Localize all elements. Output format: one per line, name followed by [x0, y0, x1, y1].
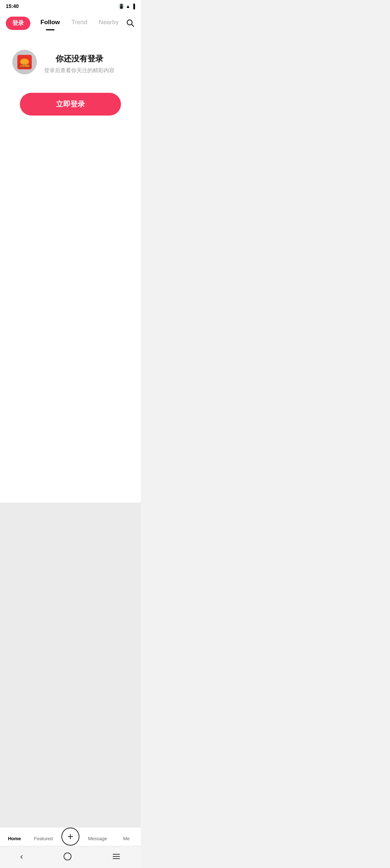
- search-button[interactable]: [124, 17, 136, 30]
- sys-back-button[interactable]: ‹: [16, 850, 27, 863]
- sys-home-button[interactable]: [59, 851, 76, 862]
- nav-tabs: Follow Trend Nearby: [35, 16, 124, 30]
- bottom-nav-message[interactable]: Message: [87, 836, 108, 841]
- home-circle-icon: [63, 852, 72, 861]
- home-label: Home: [8, 836, 21, 841]
- back-icon: ‹: [20, 851, 23, 862]
- me-label: Me: [123, 836, 130, 841]
- system-nav-bar: ‹: [0, 846, 141, 868]
- not-logged-subtitle: 登录后查看你关注的精彩内容: [44, 67, 114, 74]
- sys-menu-button[interactable]: [108, 851, 125, 862]
- tab-nearby[interactable]: Nearby: [93, 16, 125, 30]
- avatar-area: 点击领取: [12, 50, 37, 74]
- battery-icon: ▐: [132, 4, 135, 9]
- bottom-nav-me[interactable]: Me: [116, 836, 137, 841]
- featured-label: Featured: [34, 836, 53, 841]
- bottom-nav-home[interactable]: Home: [4, 836, 25, 841]
- svg-line-1: [132, 25, 134, 26]
- grey-empty-area: [0, 503, 141, 868]
- red-envelope-icon: 点击领取: [17, 55, 32, 69]
- not-logged-title: 你还没有登录: [44, 53, 114, 64]
- login-now-button[interactable]: 立即登录: [20, 93, 121, 116]
- vibrate-icon: 📳: [118, 4, 124, 9]
- status-bar: 15:40 📳 ▲ ▐: [0, 0, 141, 12]
- not-logged-section: 点击领取 你还没有登录 登录后查看你关注的精彩内容 立即登录: [9, 50, 132, 116]
- message-label: Message: [88, 836, 107, 841]
- plus-icon: +: [68, 831, 73, 842]
- tab-follow[interactable]: Follow: [35, 16, 66, 30]
- tab-trend[interactable]: Trend: [66, 16, 93, 30]
- menu-icon: [112, 852, 121, 861]
- svg-point-2: [64, 853, 71, 860]
- bottom-nav-featured[interactable]: Featured: [32, 836, 54, 841]
- wifi-icon: ▲: [126, 4, 130, 9]
- login-button[interactable]: 登录: [6, 17, 30, 30]
- status-time: 15:40: [6, 3, 19, 9]
- bottom-nav-plus-button[interactable]: +: [61, 828, 79, 846]
- avatar: 点击领取: [12, 50, 37, 74]
- svg-point-0: [127, 20, 132, 25]
- main-content: 点击领取 你还没有登录 登录后查看你关注的精彩内容 立即登录: [0, 32, 141, 503]
- status-icons: 📳 ▲ ▐: [118, 4, 135, 9]
- search-icon: [126, 18, 134, 27]
- red-envelope-label: 点击领取: [18, 64, 31, 68]
- header: 登录 Follow Trend Nearby: [0, 12, 141, 32]
